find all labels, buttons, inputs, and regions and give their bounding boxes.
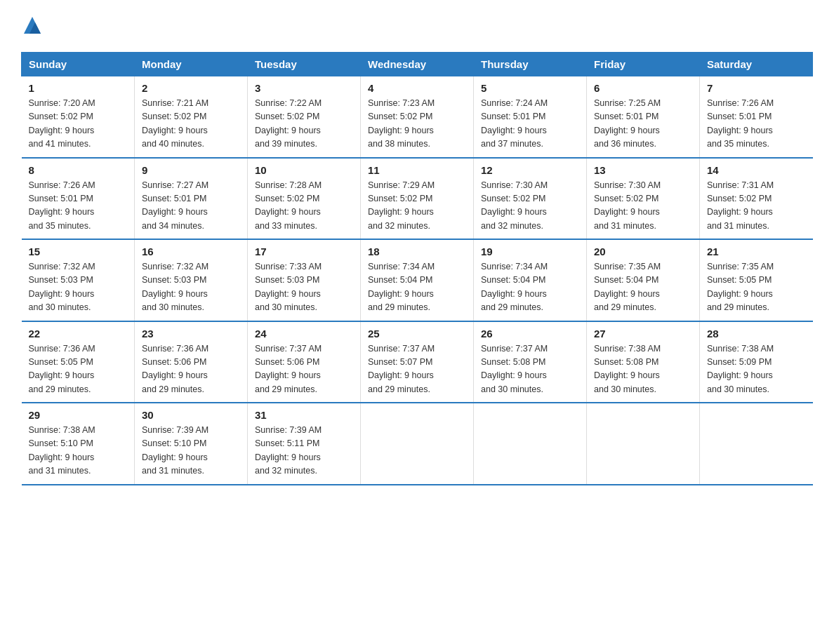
day-number: 27 bbox=[594, 328, 692, 340]
calendar-cell: 23 Sunrise: 7:36 AM Sunset: 5:06 PM Dayl… bbox=[135, 321, 248, 403]
day-number: 16 bbox=[142, 246, 240, 257]
header-tuesday: Tuesday bbox=[248, 53, 361, 76]
calendar-cell: 13 Sunrise: 7:30 AM Sunset: 5:02 PM Dayl… bbox=[587, 158, 700, 240]
day-info: Sunrise: 7:35 AM Sunset: 5:04 PM Dayligh… bbox=[594, 260, 692, 315]
header-thursday: Thursday bbox=[474, 53, 587, 76]
calendar-cell: 24 Sunrise: 7:37 AM Sunset: 5:06 PM Dayl… bbox=[248, 321, 361, 403]
calendar-cell: 16 Sunrise: 7:32 AM Sunset: 5:03 PM Dayl… bbox=[135, 239, 248, 321]
day-info: Sunrise: 7:37 AM Sunset: 5:07 PM Dayligh… bbox=[368, 342, 466, 397]
day-info: Sunrise: 7:33 AM Sunset: 5:03 PM Dayligh… bbox=[255, 260, 353, 315]
day-info: Sunrise: 7:37 AM Sunset: 5:06 PM Dayligh… bbox=[255, 342, 353, 397]
day-info: Sunrise: 7:35 AM Sunset: 5:05 PM Dayligh… bbox=[707, 260, 806, 315]
day-number: 28 bbox=[707, 328, 806, 340]
day-number: 30 bbox=[142, 409, 240, 421]
day-number: 11 bbox=[368, 164, 466, 176]
day-number: 7 bbox=[707, 82, 806, 94]
day-info: Sunrise: 7:30 AM Sunset: 5:02 PM Dayligh… bbox=[481, 179, 579, 234]
calendar-cell: 1 Sunrise: 7:20 AM Sunset: 5:02 PM Dayli… bbox=[22, 76, 135, 158]
calendar-cell: 17 Sunrise: 7:33 AM Sunset: 5:03 PM Dayl… bbox=[248, 239, 361, 321]
calendar-cell: 10 Sunrise: 7:28 AM Sunset: 5:02 PM Dayl… bbox=[248, 158, 361, 240]
calendar-cell: 11 Sunrise: 7:29 AM Sunset: 5:02 PM Dayl… bbox=[361, 158, 474, 240]
day-info: Sunrise: 7:37 AM Sunset: 5:08 PM Dayligh… bbox=[481, 342, 579, 397]
calendar-cell: 5 Sunrise: 7:24 AM Sunset: 5:01 PM Dayli… bbox=[474, 76, 587, 158]
day-info: Sunrise: 7:26 AM Sunset: 5:01 PM Dayligh… bbox=[29, 179, 128, 234]
calendar-cell bbox=[700, 403, 813, 485]
header-friday: Friday bbox=[587, 53, 700, 76]
day-info: Sunrise: 7:28 AM Sunset: 5:02 PM Dayligh… bbox=[255, 179, 353, 234]
header-monday: Monday bbox=[135, 53, 248, 76]
calendar-cell: 18 Sunrise: 7:34 AM Sunset: 5:04 PM Dayl… bbox=[361, 239, 474, 321]
logo bbox=[21, 14, 44, 39]
calendar-cell: 26 Sunrise: 7:37 AM Sunset: 5:08 PM Dayl… bbox=[474, 321, 587, 403]
calendar-cell: 12 Sunrise: 7:30 AM Sunset: 5:02 PM Dayl… bbox=[474, 158, 587, 240]
calendar-cell bbox=[474, 403, 587, 485]
header-wednesday: Wednesday bbox=[361, 53, 474, 76]
day-info: Sunrise: 7:34 AM Sunset: 5:04 PM Dayligh… bbox=[481, 260, 579, 315]
calendar-cell: 4 Sunrise: 7:23 AM Sunset: 5:02 PM Dayli… bbox=[361, 76, 474, 158]
day-info: Sunrise: 7:30 AM Sunset: 5:02 PM Dayligh… bbox=[594, 179, 692, 234]
day-number: 4 bbox=[368, 82, 466, 94]
day-info: Sunrise: 7:39 AM Sunset: 5:10 PM Dayligh… bbox=[142, 424, 240, 478]
calendar-cell: 31 Sunrise: 7:39 AM Sunset: 5:11 PM Dayl… bbox=[248, 403, 361, 485]
page-header bbox=[21, 14, 813, 39]
day-info: Sunrise: 7:27 AM Sunset: 5:01 PM Dayligh… bbox=[142, 179, 240, 234]
day-number: 29 bbox=[29, 409, 128, 421]
calendar-cell: 30 Sunrise: 7:39 AM Sunset: 5:10 PM Dayl… bbox=[135, 403, 248, 485]
calendar-cell: 3 Sunrise: 7:22 AM Sunset: 5:02 PM Dayli… bbox=[248, 76, 361, 158]
calendar-cell: 15 Sunrise: 7:32 AM Sunset: 5:03 PM Dayl… bbox=[22, 239, 135, 321]
week-row-3: 15 Sunrise: 7:32 AM Sunset: 5:03 PM Dayl… bbox=[22, 239, 813, 321]
day-number: 14 bbox=[707, 164, 806, 176]
day-number: 18 bbox=[368, 246, 466, 257]
calendar-cell: 2 Sunrise: 7:21 AM Sunset: 5:02 PM Dayli… bbox=[135, 76, 248, 158]
calendar-cell: 29 Sunrise: 7:38 AM Sunset: 5:10 PM Dayl… bbox=[22, 403, 135, 485]
day-number: 9 bbox=[142, 164, 240, 176]
day-info: Sunrise: 7:24 AM Sunset: 5:01 PM Dayligh… bbox=[481, 97, 579, 152]
day-info: Sunrise: 7:23 AM Sunset: 5:02 PM Dayligh… bbox=[368, 97, 466, 152]
day-info: Sunrise: 7:22 AM Sunset: 5:02 PM Dayligh… bbox=[255, 97, 353, 152]
day-number: 20 bbox=[594, 246, 692, 257]
calendar-cell: 9 Sunrise: 7:27 AM Sunset: 5:01 PM Dayli… bbox=[135, 158, 248, 240]
day-number: 31 bbox=[255, 409, 353, 421]
calendar-cell: 25 Sunrise: 7:37 AM Sunset: 5:07 PM Dayl… bbox=[361, 321, 474, 403]
calendar-cell: 20 Sunrise: 7:35 AM Sunset: 5:04 PM Dayl… bbox=[587, 239, 700, 321]
day-number: 5 bbox=[481, 82, 579, 94]
day-info: Sunrise: 7:25 AM Sunset: 5:01 PM Dayligh… bbox=[594, 97, 692, 152]
day-number: 24 bbox=[255, 328, 353, 340]
day-info: Sunrise: 7:36 AM Sunset: 5:05 PM Dayligh… bbox=[29, 342, 128, 397]
day-info: Sunrise: 7:26 AM Sunset: 5:01 PM Dayligh… bbox=[707, 97, 806, 152]
day-number: 8 bbox=[29, 164, 128, 176]
calendar-cell: 27 Sunrise: 7:38 AM Sunset: 5:08 PM Dayl… bbox=[587, 321, 700, 403]
day-number: 19 bbox=[481, 246, 579, 257]
week-row-4: 22 Sunrise: 7:36 AM Sunset: 5:05 PM Dayl… bbox=[22, 321, 813, 403]
calendar-cell: 19 Sunrise: 7:34 AM Sunset: 5:04 PM Dayl… bbox=[474, 239, 587, 321]
day-number: 2 bbox=[142, 82, 240, 94]
day-info: Sunrise: 7:39 AM Sunset: 5:11 PM Dayligh… bbox=[255, 424, 353, 478]
day-info: Sunrise: 7:20 AM Sunset: 5:02 PM Dayligh… bbox=[29, 97, 128, 152]
day-info: Sunrise: 7:38 AM Sunset: 5:08 PM Dayligh… bbox=[594, 342, 692, 397]
day-number: 23 bbox=[142, 328, 240, 340]
day-number: 17 bbox=[255, 246, 353, 257]
days-header-row: SundayMondayTuesdayWednesdayThursdayFrid… bbox=[22, 53, 813, 76]
calendar-cell: 21 Sunrise: 7:35 AM Sunset: 5:05 PM Dayl… bbox=[700, 239, 813, 321]
day-number: 15 bbox=[29, 246, 128, 257]
calendar-cell bbox=[587, 403, 700, 485]
calendar-cell: 22 Sunrise: 7:36 AM Sunset: 5:05 PM Dayl… bbox=[22, 321, 135, 403]
calendar-cell: 8 Sunrise: 7:26 AM Sunset: 5:01 PM Dayli… bbox=[22, 158, 135, 240]
week-row-5: 29 Sunrise: 7:38 AM Sunset: 5:10 PM Dayl… bbox=[22, 403, 813, 485]
day-number: 22 bbox=[29, 328, 128, 340]
day-number: 3 bbox=[255, 82, 353, 94]
calendar-table: SundayMondayTuesdayWednesdayThursdayFrid… bbox=[21, 52, 813, 485]
logo-icon bbox=[21, 14, 44, 39]
day-number: 10 bbox=[255, 164, 353, 176]
calendar-cell: 28 Sunrise: 7:38 AM Sunset: 5:09 PM Dayl… bbox=[700, 321, 813, 403]
day-info: Sunrise: 7:34 AM Sunset: 5:04 PM Dayligh… bbox=[368, 260, 466, 315]
day-info: Sunrise: 7:32 AM Sunset: 5:03 PM Dayligh… bbox=[29, 260, 128, 315]
calendar-cell: 14 Sunrise: 7:31 AM Sunset: 5:02 PM Dayl… bbox=[700, 158, 813, 240]
day-info: Sunrise: 7:38 AM Sunset: 5:09 PM Dayligh… bbox=[707, 342, 806, 397]
day-info: Sunrise: 7:21 AM Sunset: 5:02 PM Dayligh… bbox=[142, 97, 240, 152]
calendar-cell bbox=[361, 403, 474, 485]
day-info: Sunrise: 7:31 AM Sunset: 5:02 PM Dayligh… bbox=[707, 179, 806, 234]
day-number: 13 bbox=[594, 164, 692, 176]
calendar-cell: 7 Sunrise: 7:26 AM Sunset: 5:01 PM Dayli… bbox=[700, 76, 813, 158]
day-number: 6 bbox=[594, 82, 692, 94]
